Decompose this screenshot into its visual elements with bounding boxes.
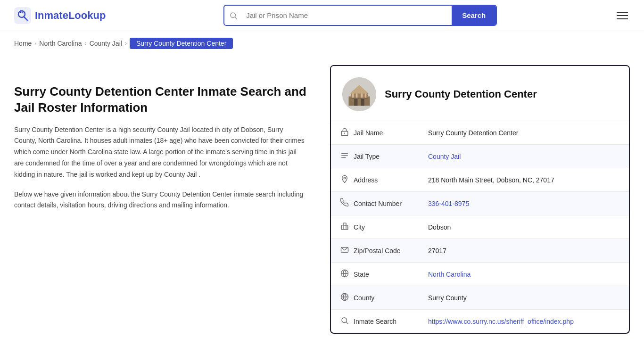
row-label-3: Contact Number <box>331 192 421 215</box>
info-row-address: Address218 North Main Street, Dobson, NC… <box>331 168 629 191</box>
row-value-8[interactable]: https://www.co.surry.nc.us/sheriff_offic… <box>421 311 629 332</box>
row-label-text-5: Zip/Postal Code <box>354 247 401 255</box>
row-value-2: 218 North Main Street, Dobson, NC, 27017 <box>421 170 629 190</box>
hamburger-button[interactable] <box>615 10 630 21</box>
row-label-text-3: Contact Number <box>354 200 402 207</box>
row-label-text-4: City <box>354 223 365 231</box>
info-row-jail-type: Jail TypeCounty Jail <box>331 144 629 168</box>
info-card: Surry County Detention Center Jail NameS… <box>330 65 630 334</box>
row-value-1[interactable]: County Jail <box>421 146 629 167</box>
row-value-4: Dobson <box>421 217 629 238</box>
logo-link[interactable]: InmateLookup <box>14 7 106 24</box>
svg-rect-23 <box>343 223 346 225</box>
row-label-8: Inmate Search <box>331 310 421 333</box>
hamburger-line-3 <box>617 18 628 19</box>
logo-icon <box>14 7 31 24</box>
row-label-text-6: State <box>354 271 369 278</box>
row-link-6[interactable]: North Carolina <box>428 271 471 278</box>
facility-building-icon <box>342 77 376 111</box>
row-icon-2 <box>340 175 349 185</box>
row-value-7: Surry County <box>421 288 629 308</box>
hamburger-line-1 <box>617 12 628 13</box>
row-icon-6 <box>340 269 349 279</box>
row-icon-0 <box>340 128 349 138</box>
facility-name: Surry County Detention Center <box>385 88 537 100</box>
row-label-text-1: Jail Type <box>354 153 380 160</box>
row-label-text-8: Inmate Search <box>354 318 396 325</box>
row-label-0: Jail Name <box>331 121 421 144</box>
row-label-6: State <box>331 263 421 286</box>
left-content: Surry County Detention Center Inmate Sea… <box>14 65 316 334</box>
page-heading: Surry County Detention Center Inmate Sea… <box>14 84 306 116</box>
main-container: Surry County Detention Center Inmate Sea… <box>0 56 644 343</box>
search-icon <box>229 11 238 20</box>
svg-rect-9 <box>354 99 357 106</box>
svg-point-29 <box>342 318 347 323</box>
info-rows: Jail NameSurry County Detention CenterJa… <box>331 121 629 333</box>
info-row-jail-name: Jail NameSurry County Detention Center <box>331 121 629 144</box>
info-row-inmate-search: Inmate Searchhttps://www.co.surry.nc.us/… <box>331 309 629 333</box>
info-row-city: CityDobson <box>331 215 629 239</box>
svg-rect-15 <box>365 93 367 98</box>
svg-point-21 <box>344 177 346 179</box>
logo-text: InmateLookup <box>35 9 106 22</box>
row-link-8[interactable]: https://www.co.surry.nc.us/sheriff_offic… <box>428 318 574 325</box>
hamburger-line-2 <box>617 15 628 16</box>
search-input[interactable] <box>242 7 452 24</box>
svg-line-30 <box>346 322 348 324</box>
facility-avatar <box>342 77 376 111</box>
svg-rect-14 <box>361 93 363 98</box>
info-row-state: StateNorth Carolina <box>331 262 629 286</box>
search-area: Search <box>223 5 497 26</box>
svg-rect-11 <box>351 98 368 99</box>
row-label-4: City <box>331 215 421 239</box>
row-label-5: Zip/Postal Code <box>331 239 421 262</box>
page-desc-1: Surry County Detention Center is a high … <box>14 124 306 181</box>
row-label-1: Jail Type <box>331 145 421 168</box>
info-row-county: CountySurry County <box>331 286 629 309</box>
info-row-zip/postal-code: Zip/Postal Code27017 <box>331 239 629 262</box>
search-icon-wrap <box>224 11 242 20</box>
breadcrumb-type[interactable]: County Jail <box>90 40 122 47</box>
svg-rect-0 <box>14 7 31 24</box>
card-header: Surry County Detention Center <box>331 66 629 121</box>
breadcrumb-current: Surry County Detention Center <box>130 38 233 49</box>
breadcrumb-home[interactable]: Home <box>14 40 32 47</box>
svg-rect-22 <box>341 225 348 230</box>
row-label-text-2: Address <box>354 176 378 184</box>
breadcrumb-chevron-3: › <box>125 40 127 47</box>
row-icon-1 <box>340 151 349 161</box>
svg-rect-12 <box>352 93 354 98</box>
breadcrumb-state[interactable]: North Carolina <box>39 40 82 47</box>
row-value-0: Surry County Detention Center <box>421 123 629 143</box>
info-table-wrapper: Jail NameSurry County Detention CenterJa… <box>331 121 629 333</box>
row-value-5: 27017 <box>421 240 629 261</box>
info-row-contact-number: Contact Number336-401-8975 <box>331 191 629 215</box>
row-link-3[interactable]: 336-401-8975 <box>428 200 469 207</box>
svg-rect-10 <box>361 99 364 106</box>
row-link-1[interactable]: County Jail <box>428 153 461 160</box>
row-value-6[interactable]: North Carolina <box>421 264 629 285</box>
breadcrumb-chevron-2: › <box>85 40 87 47</box>
row-label-text-0: Jail Name <box>354 129 383 137</box>
row-icon-7 <box>340 293 349 303</box>
row-icon-5 <box>340 246 349 255</box>
search-wrapper: Search <box>223 5 497 26</box>
row-label-text-7: County <box>354 294 374 302</box>
breadcrumb-chevron-1: › <box>34 40 36 47</box>
row-icon-3 <box>340 198 349 208</box>
row-label-7: County <box>331 286 421 309</box>
row-label-2: Address <box>331 168 421 191</box>
search-button[interactable]: Search <box>452 6 496 25</box>
site-header: InmateLookup Search <box>0 0 644 31</box>
svg-rect-13 <box>356 93 358 98</box>
breadcrumb: Home › North Carolina › County Jail › Su… <box>0 31 644 56</box>
svg-line-4 <box>235 17 237 19</box>
row-icon-4 <box>340 222 349 232</box>
page-desc-2: Below we have given information about th… <box>14 189 306 212</box>
row-value-3[interactable]: 336-401-8975 <box>421 193 629 214</box>
row-icon-8 <box>340 316 349 326</box>
